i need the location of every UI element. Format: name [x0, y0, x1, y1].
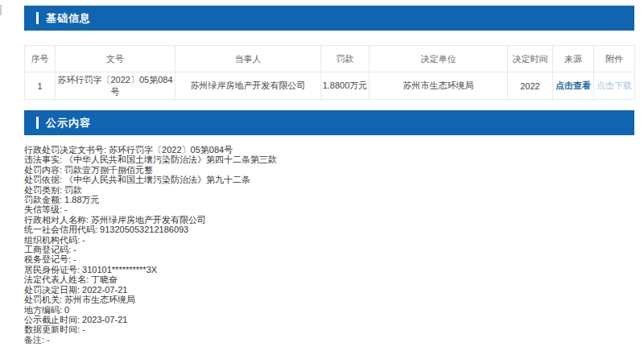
- cell-source: 点击查看: [553, 72, 594, 100]
- cell-decision-time: 2022: [508, 72, 553, 100]
- content-line: 处罚依据: 《中华人民共和国土壤污染防治法》第九十二条: [24, 175, 620, 184]
- col-header-decision-unit: 决定单位: [369, 46, 508, 72]
- cell-doc-no: 苏环行罚字〔2022〕05第084号: [56, 72, 175, 100]
- content-line: 违法事实: 《中华人民共和国土壤污染防治法》第四十二条第三款: [24, 155, 620, 164]
- penalty-info-table: 序号 文号 当事人 罚款 决定单位 决定时间 来源 附件 1 苏环行罚字〔202…: [24, 45, 635, 100]
- content-line: 失信等级: -: [24, 204, 620, 214]
- left-edge-fragment: [0, 5, 2, 15]
- section-header-public-content: 公示内容: [24, 110, 634, 135]
- content-line: 地方编码: 0: [24, 305, 620, 315]
- content-line: 统一社会信用代码: 913205053212186093: [24, 225, 620, 234]
- content-line: 工商登记码: -: [24, 245, 620, 254]
- attachment-download-link[interactable]: 点击下载: [597, 80, 632, 90]
- content-line: 处罚机关: 苏州市生态环境局: [24, 295, 620, 304]
- content-line: 备注: -: [24, 335, 620, 344]
- content-line: 组织机构代码: -: [24, 235, 620, 245]
- content-line: 税务登记号: -: [24, 254, 620, 264]
- content-line: 罚款金额: 1.88万元: [24, 195, 620, 204]
- section-header-basic-info: 基础信息: [24, 6, 634, 31]
- content-line: 处罚类别: 罚款: [24, 185, 620, 195]
- section-title-public-content: 公示内容: [46, 116, 91, 130]
- title-accent-bar: [36, 12, 39, 24]
- content-line: 处罚内容: 罚款壹万捌千捌佰元整: [24, 165, 620, 175]
- col-header-decision-time: 决定时间: [508, 46, 553, 72]
- col-header-index: 序号: [25, 46, 56, 72]
- cell-index: 1: [25, 72, 56, 100]
- content-line: 处罚决定日期: 2022-07-21: [24, 285, 620, 295]
- cell-fine: 1.8800万元: [321, 72, 369, 100]
- content-line: 居民身份证号: 310101**********3X: [24, 265, 620, 274]
- table-header-row: 序号 文号 当事人 罚款 决定单位 决定时间 来源 附件: [25, 46, 635, 72]
- source-view-link[interactable]: 点击查看: [555, 80, 591, 90]
- title-accent-bar: [36, 117, 39, 129]
- section-title-basic-info: 基础信息: [46, 11, 91, 26]
- col-header-fine: 罚款: [321, 46, 369, 72]
- cell-party: 苏州绿岸房地产开发有限公司: [175, 72, 321, 100]
- content-line: 公示截止时间: 2023-07-21: [24, 315, 620, 324]
- col-header-source: 来源: [553, 46, 594, 72]
- cell-decision-unit: 苏州市生态环境局: [369, 72, 508, 100]
- col-header-doc-no: 文号: [56, 46, 175, 72]
- content-line: 法定代表人姓名: 丁晓奋: [24, 274, 620, 284]
- col-header-party: 当事人: [175, 46, 321, 72]
- table-row: 1 苏环行罚字〔2022〕05第084号 苏州绿岸房地产开发有限公司 1.880…: [25, 72, 635, 100]
- content-line: 数据更新时间: -: [24, 324, 620, 334]
- content-line: 行政处罚决定文书号: 苏环行罚字〔2022〕05第084号: [24, 145, 620, 155]
- content-line: 行政相对人名称: 苏州绿岸房地产开发有限公司: [24, 215, 620, 225]
- public-content-block: 行政处罚决定文书号: 苏环行罚字〔2022〕05第084号 违法事实: 《中华人…: [24, 145, 620, 344]
- cell-attachment: 点击下载: [594, 72, 635, 100]
- col-header-attachment: 附件: [594, 46, 635, 72]
